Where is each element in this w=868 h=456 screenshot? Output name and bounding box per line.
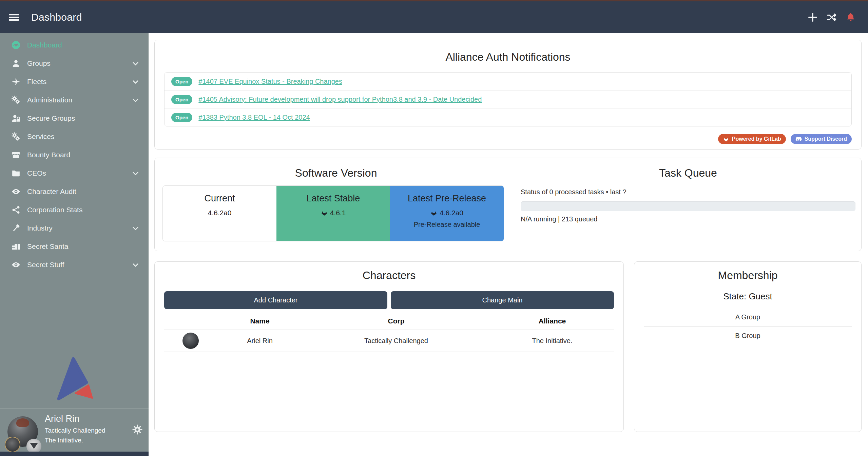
software-version-title: Software Version <box>162 167 509 179</box>
task-queue-title: Task Queue <box>521 167 855 179</box>
column-header-alliance: Alliance <box>490 317 615 325</box>
sidebar-item-services[interactable]: Services <box>0 127 149 146</box>
notification-link[interactable]: #1383 Python 3.8 EOL - 14 Oct 2024 <box>198 114 310 121</box>
sidebar-item-label: Administration <box>27 96 72 104</box>
sidebar-item-ceos[interactable]: CEOs <box>0 164 149 182</box>
membership-title: Membership <box>644 269 852 282</box>
membership-groups-list: A Group B Group <box>644 308 852 345</box>
sidebar-item-character-audit[interactable]: Character Audit <box>0 182 149 201</box>
share-nodes-icon <box>10 205 22 215</box>
shop-icon <box>10 150 22 160</box>
sidebar-item-label: Groups <box>27 59 51 67</box>
notification-row: Open #1405 Advisory: Future development … <box>165 90 851 108</box>
sidebar-item-groups[interactable]: Groups <box>0 54 149 73</box>
notification-link[interactable]: #1407 EVE Equinox Status - Breaking Chan… <box>198 78 342 85</box>
topbar-actions <box>808 12 856 22</box>
membership-group: A Group <box>644 308 852 326</box>
sidebar-item-fleets[interactable]: Fleets <box>0 73 149 91</box>
user-icon <box>10 59 22 68</box>
notification-row: Open #1407 EVE Equinox Status - Breaking… <box>165 73 851 90</box>
task-queue-status: Status of 0 processed tasks • last ? <box>521 188 855 196</box>
sidebar-item-label: Services <box>27 133 55 141</box>
sidebar-item-label: Industry <box>27 224 53 232</box>
add-character-button[interactable]: Add Character <box>164 291 387 309</box>
corp-logo-badge <box>5 437 20 452</box>
sidebar-item-secret-santa[interactable]: Secret Santa <box>0 237 149 256</box>
change-main-button[interactable]: Change Main <box>391 291 614 309</box>
version-cell-current: Current 4.6.2a0 <box>163 186 276 241</box>
notifications-list: Open #1407 EVE Equinox Status - Breaking… <box>164 72 852 126</box>
characters-buttons: Add Character Change Main <box>164 291 614 309</box>
version-number: 4.6.2a0 <box>440 209 463 217</box>
gear-icon[interactable] <box>132 424 142 435</box>
discord-icon <box>795 136 802 142</box>
status-badge: Open <box>171 95 192 104</box>
alliance-auth-logo <box>54 356 94 401</box>
sidebar-menu: Dashboard Groups Fleets Administration S… <box>0 33 149 274</box>
character-name: Ariel Rin <box>217 337 303 345</box>
user-lock-icon <box>10 114 22 123</box>
gitlab-icon <box>430 210 437 216</box>
version-number: 4.6.1 <box>330 209 346 217</box>
version-cell-latest-pre-release: Latest Pre-Release 4.6.2a0 Pre-Release a… <box>390 186 504 241</box>
characters-panel: Characters Add Character Change Main Nam… <box>154 261 624 432</box>
sidebar: Dashboard Groups Fleets Administration S… <box>0 33 149 456</box>
character-corp: Tactically Challenged <box>303 337 490 345</box>
bell-icon[interactable] <box>846 12 856 22</box>
sidebar-item-dashboard[interactable]: Dashboard <box>0 36 149 54</box>
character-alliance: The Initiative. <box>490 337 615 345</box>
hammer-icon <box>10 223 22 233</box>
user-name: Ariel Rin <box>45 414 105 424</box>
sidebar-item-corporation-stats[interactable]: Corporation Stats <box>0 201 149 219</box>
sidebar-bottom-strip <box>0 452 149 456</box>
chevron-down-icon <box>131 96 140 104</box>
software-version-task-queue-panel: Software Version Current 4.6.2a0 Latest … <box>154 158 862 251</box>
chevron-down-icon <box>131 59 140 68</box>
characters-title: Characters <box>164 269 614 282</box>
gauge-icon <box>10 40 22 50</box>
gifts-icon <box>10 242 22 251</box>
task-queue-counts: N/A running | 213 queued <box>521 215 855 223</box>
column-header-corp: Corp <box>303 317 490 325</box>
hamburger-menu-icon[interactable] <box>9 12 19 22</box>
sidebar-item-bounty-board[interactable]: Bounty Board <box>0 146 149 164</box>
sidebar-item-label: Secure Groups <box>27 114 75 122</box>
character-row: Ariel Rin Tactically Challenged The Init… <box>164 330 614 352</box>
folder-icon <box>10 168 22 178</box>
notification-row: Open #1383 Python 3.8 EOL - 14 Oct 2024 <box>165 108 851 126</box>
column-header-name: Name <box>217 317 303 325</box>
eye-icon <box>10 187 22 196</box>
membership-group: B Group <box>644 326 852 345</box>
user-info: Ariel Rin Tactically Challenged The Init… <box>45 414 105 444</box>
gears-icon <box>10 95 22 105</box>
status-badge: Open <box>171 113 192 122</box>
sidebar-item-industry[interactable]: Industry <box>0 219 149 237</box>
task-queue-progress-bar <box>521 201 855 211</box>
badge-label: Powered by GitLab <box>732 136 781 142</box>
sidebar-item-administration[interactable]: Administration <box>0 91 149 109</box>
chevron-down-icon <box>131 261 140 269</box>
bottom-row: Characters Add Character Change Main Nam… <box>154 261 862 432</box>
user-alliance: The Initiative. <box>45 437 105 444</box>
software-version-section: Software Version Current 4.6.2a0 Latest … <box>155 167 509 251</box>
chevron-down-icon <box>131 224 140 233</box>
characters-table-header: Name Corp Alliance <box>164 313 614 330</box>
sidebar-item-label: CEOs <box>27 169 46 177</box>
external-badges: Powered by GitLab Support Discord <box>164 134 852 144</box>
support-discord-badge[interactable]: Support Discord <box>791 134 852 144</box>
sidebar-item-secure-groups[interactable]: Secure Groups <box>0 109 149 127</box>
plus-icon[interactable] <box>808 12 818 22</box>
version-cell-heading: Current <box>163 193 276 204</box>
membership-state: State: Guest <box>644 291 852 302</box>
powered-by-gitlab-badge[interactable]: Powered by GitLab <box>718 134 786 144</box>
version-cell-heading: Latest Stable <box>276 193 390 204</box>
notification-link[interactable]: #1405 Advisory: Future development will … <box>198 96 482 103</box>
task-queue-section: Task Queue Status of 0 processed tasks •… <box>509 167 861 251</box>
sidebar-item-secret-stuff[interactable]: Secret Stuff <box>0 256 149 274</box>
pre-release-note: Pre-Release available <box>390 221 504 229</box>
shuffle-icon[interactable] <box>827 12 837 22</box>
version-cell-heading: Latest Pre-Release <box>390 193 504 204</box>
character-avatar <box>182 333 199 349</box>
version-cells: Current 4.6.2a0 Latest Stable 4.6.1 Late… <box>162 185 504 241</box>
notifications-title: Alliance Auth Notifications <box>164 51 852 63</box>
